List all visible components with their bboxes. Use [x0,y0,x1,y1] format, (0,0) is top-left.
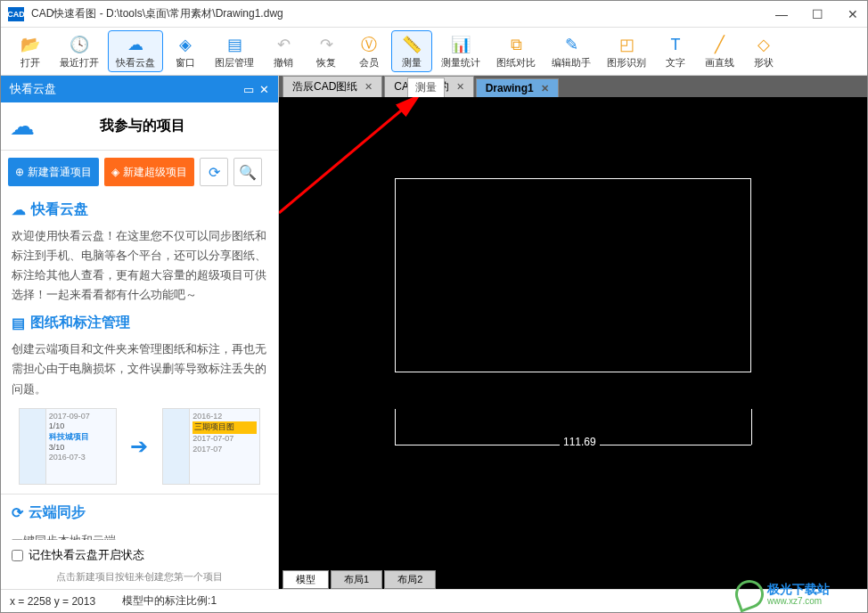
section-images: 2017-09-07 1/10 科技城项目 3/10 2016-07-3 ➔ 2… [12,408,267,485]
example-card-right: 2016-12 三期项目图 2017-07-07 2017-07 [162,408,260,485]
sidebar-header-title: 快看云盘 [10,81,56,97]
toolbar-btn-13[interactable]: T文字 [655,31,696,71]
toolbar-btn-15[interactable]: ◇形状 [743,31,784,71]
window-title: CAD快速看图 - D:\tools\桌面\常用素材\Drawing1.dwg [31,6,774,21]
new-normal-label: 新建普通项目 [28,165,92,180]
new-super-label: 新建超级项目 [123,165,187,180]
remember-checkbox[interactable] [12,550,23,561]
tool-icon: Ⓥ [357,33,381,56]
section-cloud-title: ☁快看云盘 [12,200,267,219]
tool-label: 形状 [754,56,774,69]
maximize-button[interactable]: ☐ [810,7,824,21]
tool-icon: ◰ [615,33,638,56]
tool-label: 测量统计 [441,56,480,69]
sidebar-scroll-content: ☁快看云盘 欢迎使用快看云盘！在这里您不仅可以同步图纸和标注到手机、电脑等各个平… [1,193,278,540]
sync-icon: ⟳ [12,504,23,521]
section-manage-desc: 创建云端项目和文件夹来管理图纸和标注，再也无需担心由于电脑损坏，文件误删等导致标… [12,339,267,398]
tool-label: 窗口 [176,56,195,69]
sidebar-close-icon[interactable]: ✕ [259,83,269,96]
toolbar-btn-0[interactable]: 📂打开 [10,31,51,71]
close-button[interactable]: ✕ [846,7,860,21]
tool-icon: ✎ [560,33,583,56]
toolbar-btn-10[interactable]: ⧉图纸对比 [489,31,543,71]
example-card-left: 2017-09-07 1/10 科技城项目 3/10 2016-07-3 [19,408,117,485]
toolbar-btn-12[interactable]: ◰图形识别 [600,31,653,71]
toolbar-btn-1[interactable]: 🕓最近打开 [53,31,106,71]
measure-tooltip: 测量 [407,78,445,98]
tool-icon: ↶ [272,33,295,56]
toolbar-btn-3[interactable]: ◈窗口 [165,31,206,71]
tool-icon: 📊 [449,33,472,56]
toolbar-btn-2[interactable]: ☁快看云盘 [108,30,163,72]
dimension-value: 111.69 [560,436,600,448]
cloud-sync-icon: ☁ [248,529,267,540]
tool-icon: 📏 [400,33,423,56]
section-sync-title: ⟳云端同步 [12,503,267,522]
new-super-project-button[interactable]: ◈新建超级项目 [104,158,194,186]
tab-label: Drawing1 [486,82,534,94]
drawing-area: 浩辰CAD图纸✕CAD制作的✕Drawing1✕ 111.69 模型布局1布局2 [279,76,867,589]
watermark-url: www.xz7.com [767,596,830,606]
tool-icon: ↷ [315,33,338,56]
doc-tab-2[interactable]: Drawing1✕ [476,78,559,97]
tool-icon: ╱ [708,33,732,56]
content-area: 快看云盘 ▭ ✕ ☁ 我参与的项目 ⊕新建普通项目 ◈新建超级项目 ⟳ 🔍 ☁快… [1,76,867,589]
sidebar-header: 快看云盘 ▭ ✕ [1,76,278,102]
tool-label: 会员 [359,56,379,69]
tool-label: 最近打开 [60,56,99,69]
toolbar-btn-14[interactable]: ╱画直线 [698,31,741,71]
tab-label: 浩辰CAD图纸 [292,79,357,94]
tool-label: 图形识别 [607,56,646,69]
tool-label: 撤销 [274,56,293,69]
project-button-row: ⊕新建普通项目 ◈新建超级项目 ⟳ 🔍 [1,151,278,193]
minimize-button[interactable]: — [774,7,789,21]
sidebar-pin-icon[interactable]: ▭ [243,83,254,96]
watermark: 极光下载站 www.xz7.com [735,579,864,609]
doc-icon: ▤ [12,315,25,331]
tab-close-icon[interactable]: ✕ [456,81,464,93]
doc-tab-0[interactable]: 浩辰CAD图纸✕ [283,76,382,97]
layout-tab-0[interactable]: 模型 [283,570,329,589]
dimension-tick-left [395,409,396,445]
watermark-text: 极光下载站 [767,583,830,596]
sidebar-panel: 快看云盘 ▭ ✕ ☁ 我参与的项目 ⊕新建普通项目 ◈新建超级项目 ⟳ 🔍 ☁快… [1,76,279,589]
toolbar-btn-4[interactable]: ▤图层管理 [208,31,261,71]
section-cloud-desc: 欢迎使用快看云盘！在这里您不仅可以同步图纸和标注到手机、电脑等各个平台，还可以分… [12,226,267,305]
tool-label: 文字 [666,56,685,69]
toolbar-btn-7[interactable]: Ⓥ会员 [348,31,389,71]
toolbar-btn-5[interactable]: ↶撤销 [263,31,304,71]
refresh-button[interactable]: ⟳ [200,158,228,186]
toolbar-btn-6[interactable]: ↷恢复 [306,31,347,71]
new-normal-project-button[interactable]: ⊕新建普通项目 [8,158,99,186]
tool-label: 恢复 [316,56,336,69]
tool-icon: 🕓 [68,33,91,56]
diamond-icon: ◈ [111,166,119,178]
tab-close-icon[interactable]: ✕ [364,81,373,93]
tab-close-icon[interactable]: ✕ [541,83,549,94]
window-controls: — ☐ ✕ [774,7,860,21]
tool-icon: 📂 [19,33,42,56]
tool-icon: ▤ [223,33,246,56]
app-icon: CAD [8,7,24,21]
toolbar-btn-9[interactable]: 📊测量统计 [434,31,487,71]
document-tab-bar: 浩辰CAD图纸✕CAD制作的✕Drawing1✕ [279,76,867,97]
tool-icon: ☁ [124,33,147,56]
canvas[interactable]: 111.69 [279,97,867,569]
search-button[interactable]: 🔍 [233,158,262,186]
tool-label: 打开 [20,56,40,69]
watermark-logo [731,576,767,612]
drawing-rectangle [395,178,751,372]
remember-checkbox-row: 记住快看云盘开启状态 [1,540,278,570]
toolbar-btn-11[interactable]: ✎编辑助手 [545,31,598,71]
plus-icon: ⊕ [15,166,24,178]
sidebar-title-row: ☁ 我参与的项目 [1,102,278,151]
tool-icon: ◈ [174,33,197,56]
tool-label: 画直线 [705,56,734,69]
layout-tab-1[interactable]: 布局1 [331,570,382,589]
tool-icon: ⧉ [504,33,528,56]
section-manage-title: ▤图纸和标注管理 [12,314,267,332]
tool-label: 编辑助手 [552,56,591,69]
main-toolbar: 📂打开🕓最近打开☁快看云盘◈窗口▤图层管理↶撤销↷恢复Ⓥ会员📏测量📊测量统计⧉图… [1,28,867,76]
toolbar-btn-8[interactable]: 📏测量 [391,30,432,72]
layout-tab-2[interactable]: 布局2 [384,570,436,589]
